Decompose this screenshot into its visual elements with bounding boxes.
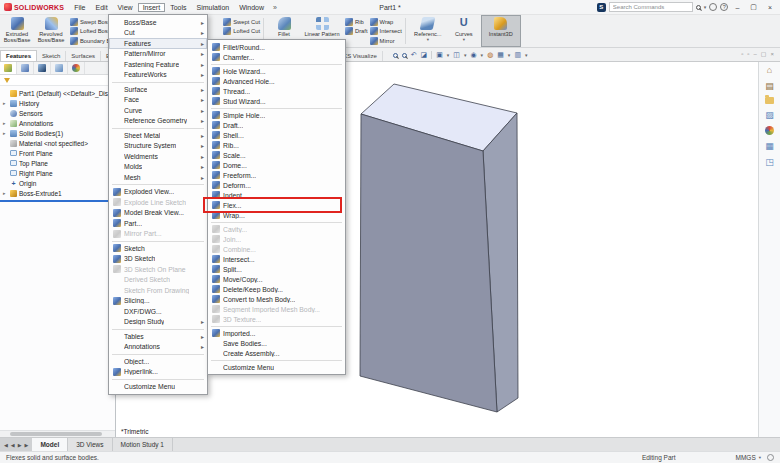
menu-item-design-study[interactable]: Design Study: [109, 317, 207, 328]
dropdown-caret-icon[interactable]: ▾: [447, 52, 450, 58]
submenu-item-deform[interactable]: Deform...: [208, 180, 345, 190]
extruded-boss-base-button[interactable]: Extruded Boss/Base: [0, 15, 34, 47]
menu-item-annotations[interactable]: Annotations: [109, 342, 207, 353]
submenu-item-indent[interactable]: Indent...: [208, 190, 345, 200]
menubar-tools[interactable]: Tools: [165, 3, 191, 12]
panel-horizontal-scrollbar[interactable]: [0, 430, 115, 437]
menu-item-dxf-dwg[interactable]: DXF/DWG...: [109, 306, 207, 317]
submenu-item-convert-to-mesh-body[interactable]: Convert to Mesh Body...: [208, 294, 345, 304]
doc-window-icon[interactable]: ▫: [741, 51, 743, 58]
tree-item-solid-bodies[interactable]: ▸Solid Bodies(1): [0, 128, 115, 138]
menu-item-fastening-feature[interactable]: Fastening Feature: [109, 59, 207, 70]
doc-close-icon[interactable]: ×: [770, 51, 774, 58]
next-tab-arrow-icon[interactable]: ▶: [17, 442, 23, 448]
menu-item-part[interactable]: Part...: [109, 218, 207, 229]
forum-icon[interactable]: ◳: [765, 157, 774, 167]
menubar-insert[interactable]: Insert: [138, 3, 166, 12]
menu-item-slicing[interactable]: Slicing...: [109, 296, 207, 307]
menu-item-featureworks[interactable]: FeatureWorks: [109, 70, 207, 81]
display-style-icon[interactable]: ◫: [453, 51, 460, 59]
submenu-item-wrap[interactable]: Wrap...: [208, 210, 345, 220]
submenu-item-move-copy[interactable]: Move/Copy...: [208, 274, 345, 284]
mirror-button[interactable]: Mirror: [370, 36, 402, 46]
menu-item-molds[interactable]: Molds: [109, 162, 207, 173]
submenu-item-dome[interactable]: Dome...: [208, 160, 345, 170]
box-front-face[interactable]: [360, 114, 497, 412]
submenu-item-stud-wizard[interactable]: Stud Wizard...: [208, 96, 345, 106]
menu-item-pattern-mirror[interactable]: Pattern/Mirror: [109, 49, 207, 60]
first-tab-arrow-icon[interactable]: ◀: [3, 442, 9, 448]
doc-minimize-icon[interactable]: –: [753, 51, 756, 58]
tree-item-part[interactable]: Part1 (Default) <<Default>_Dis: [0, 88, 115, 98]
prev-tab-arrow-icon[interactable]: ◀: [10, 442, 16, 448]
view-orientation-icon[interactable]: ▣: [436, 51, 443, 59]
view-palette-icon[interactable]: ▨: [765, 110, 774, 120]
displaymanager-tab[interactable]: [68, 62, 85, 74]
tree-item-origin[interactable]: +Origin: [0, 178, 115, 188]
submenu-item-save-bodies[interactable]: Save Bodies...: [208, 338, 345, 348]
dimxpertmanager-tab[interactable]: [51, 62, 68, 74]
menubar-window[interactable]: Window: [234, 3, 269, 12]
swept-cut-button[interactable]: Swept Cut: [223, 17, 260, 27]
curves-button[interactable]: U Curves ▾: [447, 15, 481, 47]
file-explorer-icon[interactable]: [765, 97, 774, 104]
intersect-button[interactable]: Intersect: [370, 27, 402, 37]
draft-button[interactable]: Draft: [345, 27, 368, 37]
search-input[interactable]: [609, 2, 693, 12]
menubar-view[interactable]: View: [113, 3, 138, 12]
zoom-area-icon[interactable]: [402, 53, 407, 58]
tree-item-annotations[interactable]: ▸Annotations: [0, 118, 115, 128]
menubar-file[interactable]: File: [69, 3, 90, 12]
submenu-item-chamfer[interactable]: Chamfer...: [208, 52, 345, 62]
wrap-button[interactable]: Wrap: [370, 17, 402, 27]
menu-item-weldments[interactable]: Weldments: [109, 151, 207, 162]
scrollbar-thumb[interactable]: [10, 432, 102, 436]
tree-item-sensors[interactable]: Sensors: [0, 108, 115, 118]
menu-item-mesh[interactable]: Mesh: [109, 172, 207, 183]
tab-features[interactable]: Features: [0, 50, 37, 61]
expand-icon[interactable]: ▸: [3, 100, 10, 106]
menu-item-surface[interactable]: Surface: [109, 84, 207, 95]
menu-item-tables[interactable]: Tables: [109, 331, 207, 342]
edit-appearance-icon[interactable]: ◍: [487, 51, 493, 59]
lofted-cut-button[interactable]: Lofted Cut: [223, 27, 260, 37]
menu-item-hyperlink[interactable]: Hyperlink...: [109, 367, 207, 378]
submenu-item-imported[interactable]: Imported...: [208, 328, 345, 338]
menu-item-reference-geometry[interactable]: Reference Geometry: [109, 116, 207, 127]
expand-icon[interactable]: ▸: [3, 130, 10, 136]
expand-icon[interactable]: ▸: [3, 120, 10, 126]
revolved-boss-base-button[interactable]: Revolved Boss/Base: [34, 15, 68, 47]
tree-item-history[interactable]: ▸History: [0, 98, 115, 108]
submenu-item-intersect[interactable]: Intersect...: [208, 254, 345, 264]
help-icon[interactable]: ?: [720, 3, 728, 11]
zoom-fit-icon[interactable]: [393, 53, 398, 58]
minimize-button[interactable]: –: [731, 4, 743, 11]
dropdown-caret-icon[interactable]: ▾: [525, 52, 528, 58]
tree-item-top-plane[interactable]: Top Plane: [0, 158, 115, 168]
tab-sketch[interactable]: Sketch: [37, 51, 66, 61]
menubar-pin-icon[interactable]: »: [269, 4, 281, 11]
restore-button[interactable]: ▢: [746, 3, 761, 11]
submenu-item-shell[interactable]: Shell...: [208, 130, 345, 140]
close-button[interactable]: ×: [764, 4, 776, 11]
units-dropdown-icon[interactable]: ▾: [759, 455, 761, 460]
custom-properties-icon[interactable]: ▦: [765, 141, 774, 151]
section-view-icon[interactable]: ◪: [421, 51, 428, 59]
doc-restore-icon[interactable]: ▢: [761, 51, 767, 58]
submenu-item-rib[interactable]: Rib...: [208, 140, 345, 150]
submenu-item-create-assembly[interactable]: Create Assembly...: [208, 348, 345, 358]
submenu-item-split[interactable]: Split...: [208, 264, 345, 274]
submenu-item-thread[interactable]: Thread...: [208, 86, 345, 96]
submenu-item-customize-menu[interactable]: Customize Menu: [208, 362, 345, 372]
expand-icon[interactable]: ▸: [3, 190, 10, 196]
appearances-scenes-icon[interactable]: [765, 126, 774, 135]
submenu-item-fillet-round[interactable]: Fillet/Round...: [208, 42, 345, 52]
menu-item-curve[interactable]: Curve: [109, 105, 207, 116]
menu-item-customize-menu[interactable]: Customize Menu: [109, 381, 207, 392]
configurationmanager-tab[interactable]: [34, 62, 51, 74]
menu-item-face[interactable]: Face: [109, 95, 207, 106]
menu-item-structure-system[interactable]: Structure System: [109, 141, 207, 152]
submenu-item-scale[interactable]: Scale...: [208, 150, 345, 160]
tree-item-front-plane[interactable]: Front Plane: [0, 148, 115, 158]
menubar-edit[interactable]: Edit: [91, 3, 113, 12]
